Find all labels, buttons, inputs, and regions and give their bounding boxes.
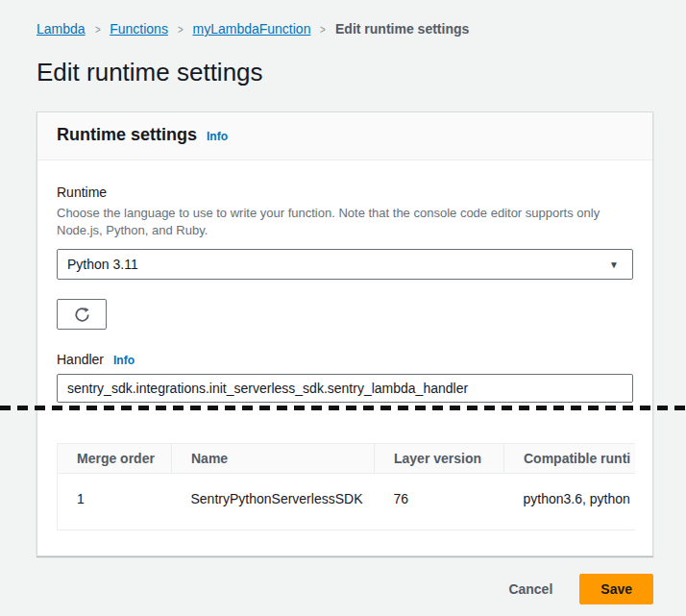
runtime-select[interactable]: Python 3.11 ▼ [57, 249, 633, 280]
cell-layer-version: 76 [375, 474, 504, 530]
runtime-select-value: Python 3.11 [67, 257, 138, 272]
page-title: Edit runtime settings [37, 58, 653, 86]
layers-table-header-row: Merge order Name Layer version Compatibl… [58, 444, 636, 474]
handler-info-link[interactable]: Info [113, 354, 135, 367]
runtime-description: Choose the language to use to write your… [57, 205, 633, 239]
layers-table: Merge order Name Layer version Compatibl… [57, 443, 635, 530]
breadcrumb-link-function-name[interactable]: myLambdaFunction [192, 21, 310, 37]
handler-label: Handler [57, 351, 104, 368]
breadcrumb-link-lambda[interactable]: Lambda [37, 21, 86, 37]
screenshot-splice-dashed-line [0, 406, 686, 410]
cell-compatible-runtimes: python3.6, python [504, 474, 636, 530]
chevron-right-icon: > [178, 22, 184, 37]
cancel-button[interactable]: Cancel [508, 576, 552, 603]
refresh-runtimes-button[interactable] [57, 299, 107, 330]
cell-layer-name: SentryPythonServerlessSDK [172, 474, 375, 530]
panel-header: Runtime settings Info [37, 112, 652, 160]
handler-label-row: Handler Info [57, 351, 633, 368]
layers-table-container: Merge order Name Layer version Compatibl… [57, 443, 635, 530]
page: Lambda > Functions > myLambdaFunction > … [0, 0, 686, 556]
column-header-merge-order: Merge order [58, 444, 172, 474]
chevron-right-icon: > [95, 22, 101, 37]
breadcrumb: Lambda > Functions > myLambdaFunction > … [37, 21, 653, 37]
layers-table-row: 1 SentryPythonServerlessSDK 76 python3.6… [58, 474, 636, 530]
column-header-name: Name [172, 444, 375, 474]
caret-down-icon: ▼ [609, 259, 619, 270]
footer-actions: Cancel Save [37, 574, 653, 604]
save-button[interactable]: Save [579, 574, 653, 604]
chevron-right-icon: > [320, 22, 326, 37]
breadcrumb-current: Edit runtime settings [335, 21, 469, 37]
cell-merge-order: 1 [58, 474, 172, 530]
handler-input[interactable] [57, 374, 633, 403]
column-header-compatible-runtimes: Compatible runti [504, 444, 636, 474]
panel-title: Runtime settings [57, 125, 197, 145]
column-header-layer-version: Layer version [375, 444, 504, 474]
runtime-settings-info-link[interactable]: Info [207, 130, 228, 143]
breadcrumb-link-functions[interactable]: Functions [110, 21, 168, 37]
refresh-icon [74, 307, 90, 323]
runtime-label: Runtime [57, 184, 633, 201]
runtime-settings-panel: Runtime settings Info Runtime Choose the… [37, 111, 653, 556]
panel-body: Runtime Choose the language to use to wr… [37, 160, 652, 555]
